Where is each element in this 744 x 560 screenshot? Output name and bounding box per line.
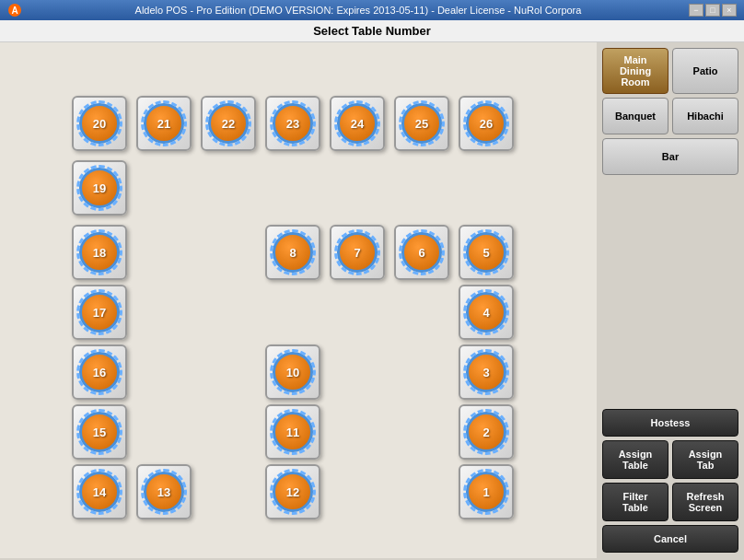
room-main-dining[interactable]: Main Dining Room	[602, 48, 668, 94]
table-10[interactable]: 10	[265, 344, 320, 400]
table-18[interactable]: 18	[72, 225, 127, 280]
table-number-8: 8	[273, 232, 313, 273]
filter-refresh-row: Filter Table Refresh Screen	[602, 483, 738, 521]
table-number-16: 16	[79, 352, 120, 392]
table-22[interactable]: 22	[201, 96, 256, 151]
maximize-button[interactable]: □	[705, 4, 720, 17]
table-20[interactable]: 20	[72, 96, 127, 151]
assign-tab-button[interactable]: Assign Tab	[672, 440, 738, 479]
table-19[interactable]: 19	[72, 160, 127, 216]
window-controls: − □ ×	[689, 4, 737, 17]
refresh-screen-button[interactable]: Refresh Screen	[672, 483, 738, 521]
table-25[interactable]: 25	[394, 96, 449, 151]
table-number-2: 2	[466, 412, 506, 452]
table-24[interactable]: 24	[330, 96, 385, 151]
table-number-24: 24	[337, 103, 378, 144]
hostess-button[interactable]: Hostess	[602, 409, 738, 437]
table-area: 2021222324252619188765174161031511214131…	[0, 42, 597, 558]
table-14[interactable]: 14	[72, 464, 127, 519]
table-number-6: 6	[401, 232, 442, 273]
table-number-23: 23	[273, 103, 313, 144]
table-number-1: 1	[466, 472, 506, 512]
main-content: 2021222324252619188765174161031511214131…	[0, 42, 744, 558]
table-6[interactable]: 6	[394, 225, 449, 280]
window-header: Select Table Number	[0, 20, 744, 42]
table-3[interactable]: 3	[459, 344, 514, 400]
action-buttons: Hostess Assign Table Assign Tab Filter T…	[602, 409, 738, 553]
table-number-4: 4	[466, 292, 506, 332]
table-number-25: 25	[401, 103, 442, 144]
room-bar[interactable]: Bar	[602, 138, 738, 175]
table-15[interactable]: 15	[72, 404, 127, 460]
room-banquet[interactable]: Banquet	[602, 98, 668, 134]
table-number-22: 22	[208, 103, 249, 144]
table-12[interactable]: 12	[265, 464, 320, 519]
filter-table-button[interactable]: Filter Table	[602, 483, 668, 521]
table-number-15: 15	[79, 412, 120, 452]
table-16[interactable]: 16	[72, 344, 127, 400]
table-number-5: 5	[466, 232, 506, 273]
app-icon: A	[7, 3, 22, 18]
table-number-11: 11	[273, 412, 313, 452]
table-number-3: 3	[466, 352, 506, 392]
assign-buttons-row: Assign Table Assign Tab	[602, 440, 738, 479]
svg-text:A: A	[11, 6, 17, 16]
table-number-26: 26	[466, 103, 506, 144]
table-1[interactable]: 1	[459, 464, 514, 519]
table-number-10: 10	[273, 352, 313, 392]
table-number-17: 17	[79, 292, 120, 332]
minimize-button[interactable]: −	[689, 4, 703, 17]
table-number-19: 19	[79, 168, 120, 208]
table-5[interactable]: 5	[459, 225, 514, 280]
table-number-14: 14	[79, 472, 120, 512]
table-number-13: 13	[144, 472, 184, 512]
table-23[interactable]: 23	[265, 96, 320, 151]
table-13[interactable]: 13	[136, 464, 192, 519]
close-button[interactable]: ×	[722, 4, 737, 17]
table-21[interactable]: 21	[136, 96, 192, 151]
table-number-18: 18	[79, 232, 120, 273]
title-bar: A Aldelo POS - Pro Edition (DEMO VERSION…	[0, 0, 744, 20]
room-hibachi[interactable]: Hibachi	[672, 98, 738, 134]
assign-table-button[interactable]: Assign Table	[602, 440, 668, 479]
table-11[interactable]: 11	[265, 404, 320, 460]
table-7[interactable]: 7	[330, 225, 385, 280]
table-8[interactable]: 8	[265, 225, 320, 280]
title-bar-text: Aldelo POS - Pro Edition (DEMO VERSION: …	[28, 5, 689, 16]
table-number-7: 7	[337, 232, 378, 273]
table-26[interactable]: 26	[459, 96, 514, 151]
table-number-21: 21	[144, 103, 184, 144]
sidebar: Main Dining Room Patio Banquet Hibachi B…	[597, 42, 744, 558]
table-17[interactable]: 17	[72, 285, 127, 340]
room-patio[interactable]: Patio	[672, 48, 738, 94]
table-2[interactable]: 2	[459, 404, 514, 460]
table-4[interactable]: 4	[459, 285, 514, 340]
page-title: Select Table Number	[313, 24, 431, 38]
cancel-button[interactable]: Cancel	[602, 525, 738, 553]
table-number-12: 12	[273, 472, 313, 512]
table-number-20: 20	[79, 103, 120, 144]
room-buttons: Main Dining Room Patio Banquet Hibachi B…	[602, 48, 738, 175]
